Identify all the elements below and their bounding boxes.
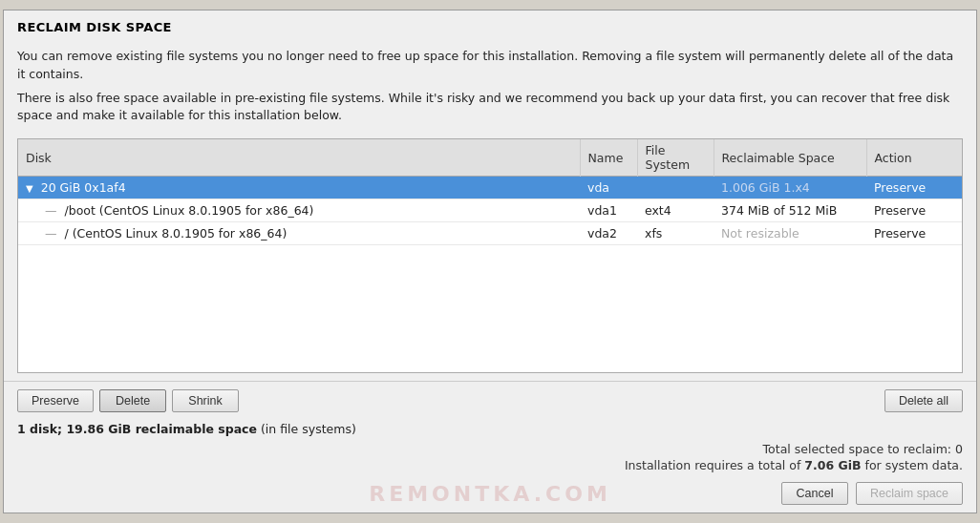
preserve-button[interactable]: Preserve [17, 389, 94, 412]
delete-all-button[interactable]: Delete all [884, 389, 963, 412]
total-selected-stat: Total selected space to reclaim: 0 [17, 442, 963, 456]
disk-cell: — / (CentOS Linux 8.0.1905 for x86_64) [18, 222, 580, 245]
summary-row: 1 disk; 19.86 GiB reclaimable space (in … [4, 420, 976, 438]
action-buttons-row: Preserve Delete Shrink Delete all [4, 381, 976, 420]
col-action: Action [866, 139, 962, 177]
dash-icon: — [45, 226, 57, 241]
fs-cell [637, 177, 714, 199]
description-line2: There is also free space available in pr… [17, 90, 963, 126]
installation-requires-text: Installation requires a total of [625, 458, 800, 472]
dash-icon: — [45, 203, 57, 218]
cancel-button[interactable]: Cancel [781, 482, 848, 505]
fs-cell: ext4 [637, 199, 714, 222]
summary-text: 1 disk; 19.86 GiB reclaimable space [17, 422, 257, 436]
name-cell: vda [580, 177, 637, 199]
stats-area: Total selected space to reclaim: 0 Insta… [4, 438, 976, 476]
reclaimable-cell: 374 MiB of 512 MiB [714, 199, 866, 222]
fs-cell: xfs [637, 222, 714, 245]
disk-label: / (CentOS Linux 8.0.1905 for x86_64) [64, 226, 287, 241]
installation-requires-stat: Installation requires a total of 7.06 Gi… [17, 458, 963, 472]
col-reclaimable: Reclaimable Space [714, 139, 866, 177]
delete-button[interactable]: Delete [99, 389, 166, 412]
col-filesystem: File System [637, 139, 714, 177]
name-cell: vda1 [580, 199, 637, 222]
installation-suffix: for system data. [865, 458, 963, 472]
action-cell: Preserve [866, 177, 962, 199]
disk-label: 20 GiB 0x1af4 [41, 180, 126, 195]
col-disk: Disk [18, 139, 580, 177]
dialog-title: RECLAIM DISK SPACE [4, 10, 976, 40]
table-row[interactable]: ▼ 20 GiB 0x1af4 vda 1.006 GiB 1.x4 Prese… [18, 177, 962, 199]
reclaimable-cell: 1.006 GiB 1.x4 [714, 177, 866, 199]
shrink-button[interactable]: Shrink [172, 389, 239, 412]
installation-size: 7.06 GiB [804, 458, 861, 472]
description-line1: You can remove existing file systems you… [17, 48, 963, 84]
expand-icon: ▼ [26, 183, 33, 194]
reclaim-space-button[interactable]: Reclaim space [856, 482, 963, 505]
table-header-row: Disk Name File System Reclaimable Space … [18, 139, 962, 177]
table-row[interactable]: — /boot (CentOS Linux 8.0.1905 for x86_6… [18, 199, 962, 222]
reclaim-disk-space-dialog: RECLAIM DISK SPACE You can remove existi… [3, 10, 977, 513]
summary-suffix: (in file systems) [261, 422, 356, 436]
name-cell: vda2 [580, 222, 637, 245]
disk-table: Disk Name File System Reclaimable Space … [18, 139, 962, 245]
bottom-buttons-row: Cancel Reclaim space [4, 476, 976, 513]
disk-cell: ▼ 20 GiB 0x1af4 [18, 177, 580, 199]
action-cell: Preserve [866, 222, 962, 245]
disk-table-container: Disk Name File System Reclaimable Space … [17, 138, 963, 373]
col-name: Name [580, 139, 637, 177]
reclaimable-cell: Not resizable [714, 222, 866, 245]
disk-cell: — /boot (CentOS Linux 8.0.1905 for x86_6… [18, 199, 580, 222]
dialog-description: You can remove existing file systems you… [4, 40, 976, 131]
action-cell: Preserve [866, 199, 962, 222]
disk-label: /boot (CentOS Linux 8.0.1905 for x86_64) [64, 203, 313, 218]
table-row[interactable]: — / (CentOS Linux 8.0.1905 for x86_64) v… [18, 222, 962, 245]
